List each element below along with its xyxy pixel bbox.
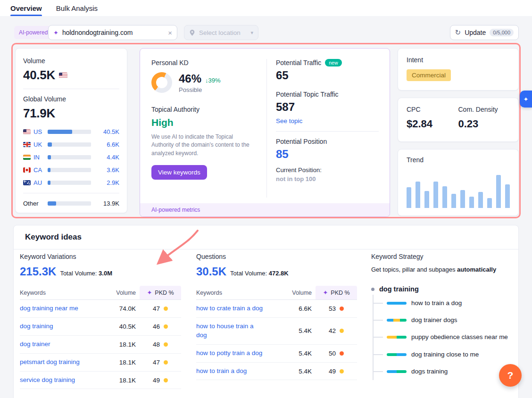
potential-position-label: Potential Position (276, 138, 327, 145)
pkd-sparkle-icon: ✦ (147, 289, 152, 296)
update-button-label: Update (465, 29, 486, 36)
location-placeholder: Select location (199, 29, 241, 36)
pkd-value: 53 (329, 305, 336, 312)
keyword-link[interactable]: how to train a dog (196, 367, 283, 376)
cpc-value: $2.84 (407, 118, 458, 130)
strategy-child[interactable]: puppy obedience classes near me (374, 329, 517, 346)
country-volume-bar-fill (48, 181, 50, 185)
questions-total-value: 472.8K (269, 270, 289, 277)
keyword-pkd: 53 (316, 305, 357, 312)
keyword-strategy-label: Keyword Strategy (371, 253, 517, 260)
pkd-value: 42 (329, 327, 336, 334)
strategy-child[interactable]: dogs training (374, 363, 517, 380)
strategy-child[interactable]: dog training close to me (374, 346, 517, 363)
help-button[interactable]: ? (499, 364, 522, 387)
column-header-pkd[interactable]: ✦ PKD % (316, 286, 357, 299)
tree-root-dot-icon (371, 288, 374, 291)
divider (23, 193, 119, 193)
intent-commercial-badge[interactable]: Commercial (407, 69, 451, 81)
keyword-link[interactable]: service dog training (20, 376, 107, 385)
pkd-yellow-dot-icon (340, 329, 344, 333)
strategy-root[interactable]: dog training (371, 285, 517, 293)
uk-flag-icon (23, 142, 31, 147)
keyword-row: dog trainer18.1K48 (20, 336, 181, 354)
country-row: US40.5K (23, 125, 119, 138)
see-topic-link[interactable]: See topic (276, 117, 302, 124)
view-keywords-button[interactable]: View keywords (151, 165, 207, 180)
update-button[interactable]: ↻ Update 0/5,000 (450, 25, 519, 40)
column-header-keywords[interactable]: Keywords (20, 286, 107, 299)
keyword-link[interactable]: how to potty train a dog (196, 349, 283, 358)
country-code[interactable]: UK (33, 141, 45, 148)
keyword-overview-app: Overview Bulk Analysis AI-powered ✦ hold… (0, 0, 532, 398)
keyword-input-value: holdnondogtraining.com (62, 29, 164, 36)
trend-chart (407, 170, 510, 208)
questions-count[interactable]: 30.5K (196, 265, 226, 278)
keyword-volume: 5.4K (283, 327, 312, 334)
country-volume-bar-fill (48, 142, 52, 147)
variations-count[interactable]: 215.3K (20, 265, 56, 278)
keyword-strategy-subtitle: Get topics, pillar and subpages automati… (371, 266, 517, 273)
new-badge: new (325, 59, 341, 66)
strategy-subtitle-bold: automatically (457, 266, 496, 273)
country-volume-value: 2.9K (94, 179, 119, 186)
column-header-keywords[interactable]: Keywords (196, 286, 283, 299)
keyword-link[interactable]: petsmart dog training (20, 358, 107, 367)
keyword-volume: 74.0K (107, 305, 136, 312)
trend-bar (478, 192, 483, 208)
volume-card: Volume 40.5K Global Volume 71.9K US40.5K… (15, 48, 127, 213)
column-header-volume[interactable]: Volume (107, 286, 136, 299)
keyword-pkd: 50 (316, 350, 357, 357)
questions-total-label: Total Volume: (230, 270, 267, 277)
trend-bar (487, 198, 492, 208)
keyword-pkd: 49 (140, 377, 181, 384)
pill-segment-green (397, 370, 407, 373)
keyword-cluster-pill (387, 302, 407, 305)
column-header-pkd[interactable]: ✦ PKD % (140, 286, 181, 299)
keyword-link[interactable]: dog training (20, 322, 107, 331)
pkd-sparkle-icon: ✦ (323, 289, 328, 296)
pill-segment-blue (397, 353, 407, 356)
kd-possible-label: Possible (179, 86, 221, 93)
strategy-child-label: puppy obedience classes near me (411, 333, 508, 341)
country-code[interactable]: AU (33, 179, 45, 186)
trend-card: Trend (398, 149, 519, 216)
pkd-value: 50 (329, 350, 336, 357)
strategy-child[interactable]: how to train a dog (374, 295, 517, 312)
topical-authority-description: We use AI to indicate the Topical Author… (151, 133, 253, 158)
personal-kd-card: Personal KD 46% ↓39% Possible Topical Au… (140, 48, 390, 217)
other-bar (48, 201, 91, 206)
pkd-header-label: PKD % (331, 290, 349, 296)
country-code[interactable]: US (33, 128, 45, 135)
other-bar-fill (48, 201, 56, 206)
pkd-yellow-dot-icon (340, 369, 344, 373)
keyword-ideas-title: Keyword ideas (14, 225, 518, 249)
strategy-child-label: dog trainer dogs (411, 316, 457, 324)
country-code[interactable]: IN (33, 154, 45, 161)
tab-overview[interactable]: Overview (10, 0, 42, 16)
trend-bar (469, 197, 474, 208)
kd-donut-chart (151, 72, 172, 93)
country-code[interactable]: CA (33, 166, 45, 174)
column-header-volume[interactable]: Volume (283, 286, 312, 299)
tab-bulk-analysis[interactable]: Bulk Analysis (56, 0, 98, 16)
keyword-volume: 18.1K (107, 341, 136, 348)
keyword-search-input[interactable]: ✦ holdnondogtraining.com × (48, 25, 177, 40)
keyword-link[interactable]: how to crate train a dog (196, 304, 283, 313)
keyword-link[interactable]: how to house train a dog (196, 322, 283, 340)
variations-total-value: 3.0M (99, 270, 112, 277)
variations-table-body: dog training near me74.0K47dog training4… (20, 300, 181, 389)
location-select[interactable]: Select location ▾ (184, 25, 258, 40)
trend-bar (442, 186, 447, 208)
keyword-row: how to train a dog5.4K49 (196, 363, 357, 381)
keyword-link[interactable]: dog training near me (20, 304, 107, 313)
country-row: UK6.6K (23, 138, 119, 151)
top-tab-bar: Overview Bulk Analysis (0, 0, 532, 16)
other-value: 13.9K (94, 200, 119, 207)
pill-segment-blue (387, 319, 393, 322)
clear-input-icon[interactable]: × (168, 29, 172, 37)
cpc-card: CPC $2.84 Com. Density 0.23 (398, 98, 519, 142)
strategy-child[interactable]: dog trainer dogs (374, 312, 517, 329)
ai-copilot-button[interactable]: ✦ (520, 91, 532, 108)
keyword-link[interactable]: dog trainer (20, 340, 107, 349)
